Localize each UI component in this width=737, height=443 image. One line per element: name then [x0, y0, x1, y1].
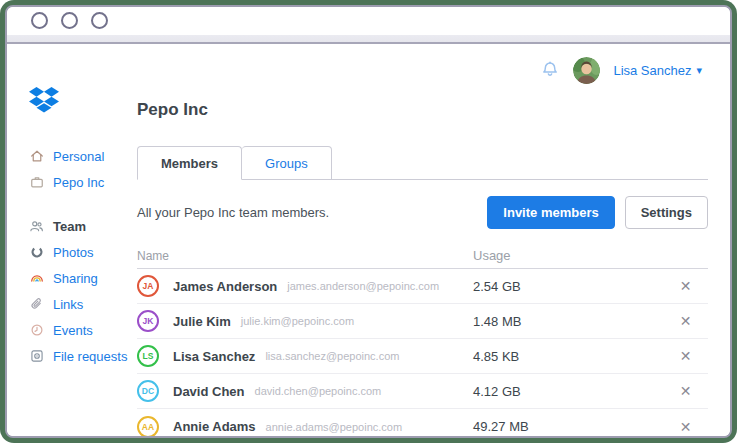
member-name: Julie Kim [173, 314, 231, 329]
member-email: annie.adams@pepoinc.com [266, 421, 403, 433]
home-icon [29, 149, 44, 163]
member-usage: 4.12 GB [473, 384, 663, 399]
sidebar-item-label: Team [53, 219, 86, 234]
sidebar-divider [29, 195, 131, 213]
settings-button[interactable]: Settings [625, 196, 708, 229]
member-name: Lisa Sanchez [173, 349, 255, 364]
member-name: James Anderson [173, 279, 277, 294]
member-email: david.chen@pepoinc.com [255, 385, 382, 397]
sidebar-item-pepo-inc[interactable]: Pepo Inc [29, 169, 131, 195]
member-initials-avatar: DC [137, 380, 159, 402]
remove-member-icon[interactable]: ✕ [680, 384, 692, 398]
sidebar-item-links[interactable]: Links [29, 291, 131, 317]
dropbox-logo-icon[interactable] [29, 86, 131, 117]
remove-member-icon[interactable]: ✕ [680, 279, 692, 293]
file-request-icon [29, 349, 44, 363]
paperclip-icon [29, 297, 44, 311]
member-name: David Chen [173, 384, 245, 399]
main-panel: Pepo Inc Members Groups All your Pepo In… [137, 44, 708, 438]
member-usage: 1.48 MB [473, 314, 663, 329]
member-usage: 49.27 MB [473, 419, 663, 434]
tab-members[interactable]: Members [137, 146, 242, 180]
tab-groups[interactable]: Groups [242, 146, 332, 180]
browser-titlebar [7, 7, 730, 44]
member-usage: 4.85 KB [473, 349, 663, 364]
briefcase-icon [29, 175, 44, 189]
window-control-icon[interactable] [31, 12, 48, 29]
browser-window: Lisa Sanchez ▾ [5, 5, 732, 438]
column-header-usage: Usage [473, 248, 663, 263]
members-table: Name Usage JA James Anderson james.ander… [137, 243, 708, 438]
table-row: DC David Chen david.chen@pepoinc.com 4.1… [137, 374, 708, 409]
column-header-name: Name [137, 249, 473, 263]
table-row: AA Annie Adams annie.adams@pepoinc.com 4… [137, 409, 708, 438]
table-header: Name Usage [137, 243, 708, 269]
sidebar-item-sharing[interactable]: Sharing [29, 265, 131, 291]
table-row: JK Julie Kim julie.kim@pepoinc.com 1.48 … [137, 304, 708, 339]
sidebar-item-label: File requests [53, 349, 127, 364]
member-initials-avatar: JA [137, 275, 159, 297]
sidebar-item-personal[interactable]: Personal [29, 143, 131, 169]
window-control-icon[interactable] [61, 12, 78, 29]
rainbow-icon [29, 271, 44, 285]
sidebar-item-file-requests[interactable]: File requests [29, 343, 131, 369]
sidebar: Personal Pepo Inc [29, 86, 131, 369]
page-title: Pepo Inc [137, 100, 708, 120]
team-icon [29, 219, 44, 233]
table-row: JA James Anderson james.anderson@pepoinc… [137, 269, 708, 304]
sidebar-item-label: Links [53, 297, 83, 312]
members-description: All your Pepo Inc team members. [137, 205, 487, 220]
subheader: All your Pepo Inc team members. Invite m… [137, 196, 708, 229]
photos-icon [29, 245, 44, 259]
remove-member-icon[interactable]: ✕ [680, 314, 692, 328]
remove-member-icon[interactable]: ✕ [680, 420, 692, 434]
sidebar-item-events[interactable]: Events [29, 317, 131, 343]
sidebar-item-photos[interactable]: Photos [29, 239, 131, 265]
sidebar-item-label: Events [53, 323, 93, 338]
table-row: LS Lisa Sanchez lisa.sanchez@pepoinc.com… [137, 339, 708, 374]
member-email: julie.kim@pepoinc.com [241, 315, 354, 327]
sidebar-item-label: Photos [53, 245, 93, 260]
tab-bar-filler [332, 146, 708, 180]
presentation-frame: Lisa Sanchez ▾ [0, 0, 737, 443]
member-initials-avatar: LS [137, 345, 159, 367]
clock-icon [29, 323, 44, 337]
member-email: lisa.sanchez@pepoinc.com [265, 350, 399, 362]
tab-bar: Members Groups [137, 146, 708, 180]
member-initials-avatar: JK [137, 310, 159, 332]
sidebar-item-team[interactable]: Team [29, 213, 131, 239]
sidebar-item-label: Sharing [53, 271, 98, 286]
member-usage: 2.54 GB [473, 279, 663, 294]
member-initials-avatar: AA [137, 416, 159, 438]
sidebar-item-label: Personal [53, 149, 104, 164]
sidebar-item-label: Pepo Inc [53, 175, 104, 190]
invite-members-button[interactable]: Invite members [487, 196, 614, 229]
member-name: Annie Adams [173, 419, 256, 434]
app-content: Lisa Sanchez ▾ [7, 44, 730, 436]
window-control-icon[interactable] [91, 12, 108, 29]
remove-member-icon[interactable]: ✕ [680, 349, 692, 363]
member-email: james.anderson@pepoinc.com [287, 280, 439, 292]
